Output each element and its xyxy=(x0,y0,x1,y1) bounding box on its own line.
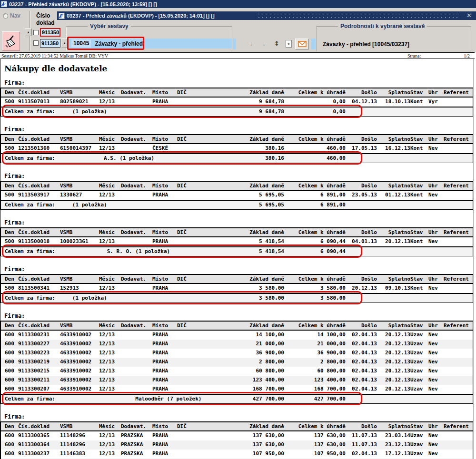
cell: 17.12.13 xyxy=(377,449,410,459)
column-header: Dodavat. xyxy=(121,182,152,190)
doc-number-spinner[interactable]: ▲ xyxy=(25,28,32,36)
cell: Nev xyxy=(428,284,444,293)
column-header: VSMB xyxy=(60,182,99,190)
table-row: 5001213501360615001439712/13ČESKÉ380,164… xyxy=(1,144,473,153)
report-details-group: Podrobnosti k vybrané sestavě xyxy=(316,26,471,51)
cell xyxy=(121,284,152,293)
inner-window-titlebar[interactable]: F 03237 - Přehled závazků (EKDOVP) - [15… xyxy=(57,11,476,20)
cell: Nev xyxy=(428,376,444,385)
nav-radio[interactable]: Nav xyxy=(3,12,20,19)
cell: 168 700,00 xyxy=(284,385,346,394)
cell xyxy=(177,284,206,293)
table-row: 6009113300231463391000212/13PRAHA14 100,… xyxy=(1,331,473,340)
column-header: Stav xyxy=(410,135,428,144)
cell: 4633910002 xyxy=(60,385,99,394)
table-row: 500811350034115291312/13PRAHA3 580,003 5… xyxy=(1,284,473,293)
cell: 9113300211 xyxy=(18,376,60,385)
toolbar-dash-icon-2[interactable]: - xyxy=(263,41,265,47)
cell: Nev xyxy=(428,237,444,246)
cell: Uzav xyxy=(410,431,428,440)
cell: 20.12.13 xyxy=(346,284,377,293)
doc-number-checkbox-1[interactable] xyxy=(33,30,39,35)
report-section: Firma:DenČís.dokladVSMBMěsícDodavat.Míst… xyxy=(0,126,476,163)
cell xyxy=(177,331,206,340)
cell: 802589021 xyxy=(60,98,99,107)
column-header: Splatno xyxy=(377,275,410,283)
cell: Nev xyxy=(428,191,444,200)
column-header: Referent xyxy=(444,182,473,190)
table-header-row: DenČís.dokladVSMBMěsícDodavat.MístoDIČZá… xyxy=(1,322,473,331)
table-header-row: DenČís.dokladVSMBMěsícDodavat.MístoDIČZá… xyxy=(1,135,473,144)
doc-number-field-2[interactable]: 911350 xyxy=(40,39,60,48)
cell: 9113300227 xyxy=(18,340,60,349)
clear-filter-button[interactable] xyxy=(2,31,20,51)
cell: 02.04.13 xyxy=(346,358,377,367)
summary-filler xyxy=(346,154,473,163)
cell: 0,00 xyxy=(284,98,346,107)
firma-table: DenČís.dokladVSMBMěsícDodavat.MístoDIČZá… xyxy=(0,88,473,117)
cell: PRAHA xyxy=(152,358,177,367)
email-button[interactable] xyxy=(295,39,309,49)
cell xyxy=(444,340,473,349)
report-title: Nákupy dle dodavatele xyxy=(4,64,476,73)
cell: 9113300219 xyxy=(18,358,60,367)
column-header: Došlo xyxy=(346,135,377,144)
cell xyxy=(121,144,152,153)
cell xyxy=(177,449,206,459)
splitter-bar[interactable] xyxy=(233,39,236,49)
cell: PRAZSKA xyxy=(121,440,152,449)
cell xyxy=(177,349,206,358)
cell xyxy=(444,431,473,440)
column-header: Splatno xyxy=(377,182,410,190)
cell: 2 800,00 xyxy=(206,358,284,367)
cell: Uzav xyxy=(410,340,428,349)
column-header: VSMB xyxy=(60,135,99,144)
cell: 500 xyxy=(5,191,18,200)
table-row: 5009113503917133062712/13PRAHA5 695,056 … xyxy=(1,191,473,200)
cell: 9113300223 xyxy=(18,349,60,358)
cell: PRAHA xyxy=(152,340,177,349)
app-logo-icon: F xyxy=(1,1,7,7)
cislo-label-line2: doklad xyxy=(36,20,55,27)
summary-filler xyxy=(346,395,473,403)
summary-row: Celkem za firma: S. R. O. (1 položka)5 4… xyxy=(1,246,473,256)
summary-row: Celkem za firma: (1 položka)9 684,780,00 xyxy=(1,107,473,116)
doc-number-field-1[interactable]: 911350 xyxy=(40,28,60,37)
report-section: Firma:DenČís.dokladVSMBMěsícDodavat.Míst… xyxy=(0,173,476,210)
report-section: Firma:DenČís.dokladVSMBMěsícDodavat.Míst… xyxy=(0,413,476,459)
table-header-row: DenČís.dokladVSMBMěsícDodavat.MístoDIČZá… xyxy=(1,422,473,431)
cell: PRAHA xyxy=(152,385,177,394)
column-header: Splatno xyxy=(377,135,410,144)
selector-highlight-annotation xyxy=(67,37,144,50)
cell: 23.03.14 xyxy=(377,431,410,440)
report-section: Firma:DenČís.dokladVSMBMěsícDodavat.Míst… xyxy=(0,219,476,256)
cell: 20.12.13 xyxy=(377,331,410,340)
cell: Nev xyxy=(428,449,444,459)
cell: 2 800,00 xyxy=(284,358,346,367)
toolbar-dash-icon-1[interactable]: - xyxy=(250,41,252,47)
column-header: Referent xyxy=(444,422,473,431)
close-icon[interactable]: ✕ xyxy=(466,12,472,19)
nav-radio-label: Nav xyxy=(10,12,20,19)
column-header: VSMB xyxy=(60,322,99,330)
splitter-bar-2[interactable] xyxy=(311,39,316,49)
cell: 12/13 xyxy=(99,385,121,394)
column-header: Uhr xyxy=(428,88,444,97)
cell: PRAHA xyxy=(152,284,177,293)
firma-table: DenČís.dokladVSMBMěsícDodavat.MístoDIČZá… xyxy=(0,134,473,163)
excel-export-icon[interactable]: x xyxy=(286,40,292,48)
summary-label: Celkem za firma: xyxy=(5,107,63,116)
cell: 600 xyxy=(5,358,18,367)
table-row: 6009113300215463391000212/13PRAHA60 800,… xyxy=(1,367,473,376)
column-header: DIČ xyxy=(177,322,206,330)
column-header: Celkem k úhradě xyxy=(284,322,346,330)
sort-updown-icon[interactable]: ↕ xyxy=(274,40,279,47)
cislo-label-line1: Číslo xyxy=(36,12,55,20)
cell: 02.04.13 xyxy=(346,449,377,459)
cell: 04.12.13 xyxy=(346,98,377,107)
cell xyxy=(121,358,152,367)
firma-label: Firma: xyxy=(0,219,476,226)
cell xyxy=(177,191,206,200)
cell: 12/13 xyxy=(99,98,121,107)
doc-number-checkbox-2[interactable] xyxy=(33,40,39,46)
